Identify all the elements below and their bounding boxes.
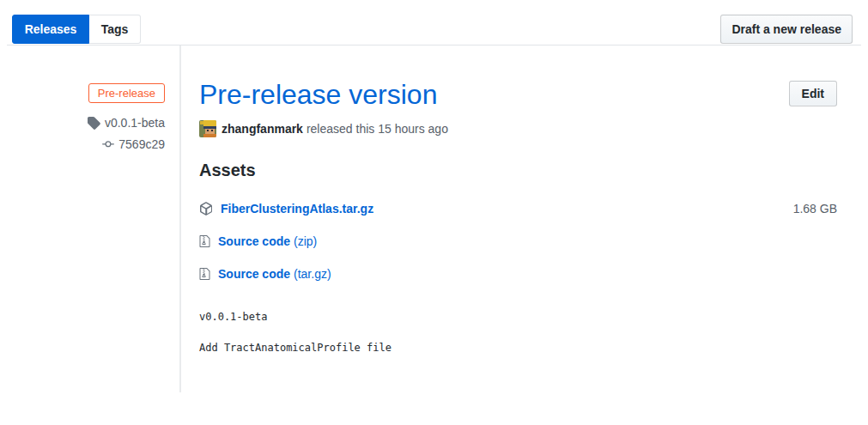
release-title-row: Pre-release version Edit — [199, 78, 837, 111]
asset-row: Source code (tar.gz) — [199, 265, 837, 282]
git-commit-icon — [102, 138, 114, 150]
asset-size: 1.68 GB — [793, 202, 837, 216]
file-zip-icon — [199, 267, 210, 281]
source-targz-link[interactable]: Source code — [218, 267, 290, 281]
file-zip-icon — [199, 234, 210, 248]
release-sidebar: Pre-release v0.0.1-beta 7569c29 — [0, 46, 181, 392]
assets-heading: Assets — [199, 161, 837, 180]
tab-releases[interactable]: Releases — [12, 15, 89, 44]
release-main: Pre-release version Edit zhangfanmark re — [181, 46, 868, 392]
tab-tags[interactable]: Tags — [89, 15, 141, 44]
tag-icon — [87, 116, 100, 130]
description-line: v0.0.1-beta — [199, 311, 837, 323]
releases-header: Releases Tags Draft a new release — [0, 0, 868, 45]
author-name-link[interactable]: zhangfanmark — [222, 122, 303, 136]
author-avatar[interactable] — [199, 120, 216, 137]
source-zip-link[interactable]: Source code — [218, 234, 290, 248]
release-description: v0.0.1-beta Add TractAnatomicalProfile f… — [199, 311, 837, 354]
release-title-link[interactable]: Pre-release version — [199, 78, 437, 111]
release-meta: zhangfanmark released this 15 hours ago — [199, 120, 837, 137]
release-entry: Pre-release v0.0.1-beta 7569c29 Pre-rele… — [0, 46, 868, 392]
asset-download-link[interactable]: FiberClusteringAtlas.tar.gz — [221, 202, 373, 216]
released-ago-text: released this 15 hours ago — [307, 122, 448, 136]
commit-row: 7569c29 — [0, 137, 165, 151]
asset-row: FiberClusteringAtlas.tar.gz 1.68 GB — [199, 200, 837, 217]
edit-release-button[interactable]: Edit — [789, 81, 837, 106]
description-line: Add TractAnatomicalProfile file — [199, 342, 837, 354]
commit-sha[interactable]: 7569c29 — [118, 137, 165, 151]
prerelease-badge: Pre-release — [88, 83, 165, 103]
tag-name: v0.0.1-beta — [105, 116, 165, 130]
releases-tags-switcher: Releases Tags — [12, 15, 141, 44]
asset-row: Source code (zip) — [199, 233, 837, 250]
source-targz-suffix[interactable]: (tar.gz) — [294, 267, 331, 281]
source-zip-suffix[interactable]: (zip) — [294, 234, 317, 248]
draft-new-release-button[interactable]: Draft a new release — [720, 15, 853, 44]
tag-row: v0.0.1-beta — [0, 116, 165, 130]
package-icon — [199, 202, 213, 216]
